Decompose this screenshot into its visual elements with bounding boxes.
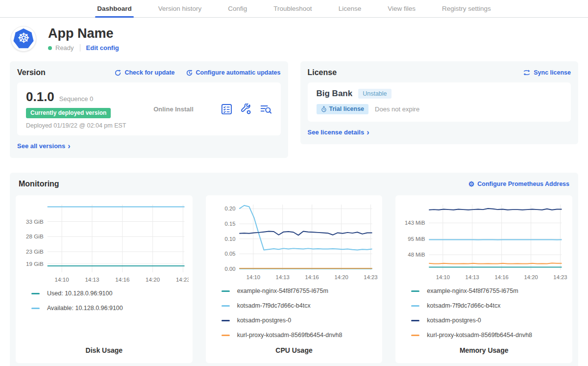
configure-prometheus-link[interactable]: ⚙ Configure Prometheus Address [468,181,569,187]
legend-color-dash [31,293,40,294]
legend-item: example-nginx-54f8f76755-l675m [221,288,379,294]
legend-item: Available: 10.128.0.96:9100 [31,305,189,312]
version-sequence: Sequence 0 [59,95,93,103]
status-dot-icon [48,46,52,50]
chart-card-cpu: 0.200.150.100.050.0014:1014:1314:1614:20… [206,195,383,363]
trial-license-badge: Trial license [317,104,369,114]
tab-config[interactable]: Config [226,0,249,17]
legend-label: kotsadm-postgres-0 [427,317,481,324]
kubernetes-wheel-icon: ☸ [17,31,29,45]
license-heading: License [308,68,337,77]
legend-label: kotsadm-7f9dc7d66c-b4tcx [237,302,311,309]
app-title: App Name [48,26,119,41]
monitoring-section: Monitoring ⚙ Configure Prometheus Addres… [10,173,578,366]
configure-prometheus-label: Configure Prometheus Address [477,181,569,187]
legend-label: kurl-proxy-kotsadm-8569fb6454-dnvh8 [237,332,343,339]
legend-label: kurl-proxy-kotsadm-8569fb6454-dnvh8 [427,332,532,339]
see-all-versions-link[interactable]: See all versions [17,142,71,150]
charts-row: 33 GiB28 GiB23 GiB19 GiB14:1014:1314:161… [16,195,572,363]
legend-item: kurl-proxy-kotsadm-8569fb6454-dnvh8 [221,332,379,339]
configure-automatic-updates-link[interactable]: Configure automatic updates [186,69,281,77]
see-license-details-link[interactable]: See license details [308,129,369,136]
svg-text:14:20: 14:20 [146,276,160,283]
legend-label: kotsadm-7f9dc7d66c-b4tcx [427,302,500,309]
license-section: License Sync license Big Bank Unstable [300,61,579,144]
cpu-legend: example-nginx-54f8f76755-l675mkotsadm-7f… [210,288,379,346]
legend-item: kotsadm-postgres-0 [221,317,379,324]
check-for-update-link[interactable]: Check for update [114,69,174,77]
legend-color-dash [221,335,230,336]
cards-row: Version Check for update Configure au [0,61,588,158]
check-for-update-label: Check for update [124,69,174,76]
tab-registry-settings[interactable]: Registry settings [440,0,493,17]
trial-license-label: Trial license [329,105,365,112]
disk-chart: 33 GiB28 GiB23 GiB19 GiB14:1014:1314:161… [20,202,189,286]
version-number: 0.1.0 [26,89,54,105]
legend-color-dash [31,308,40,309]
svg-text:14:23: 14:23 [176,276,189,283]
svg-text:0.10: 0.10 [224,236,235,242]
legend-color-dash [411,335,419,336]
svg-text:0.05: 0.05 [224,251,235,257]
legend-label: example-nginx-54f8f76755-l675m [237,288,328,294]
version-heading: Version [17,68,46,77]
legend-item: kurl-proxy-kotsadm-8569fb6454-dnvh8 [411,332,568,339]
legend-color-dash [411,305,419,307]
legend-color-dash [221,290,230,292]
chart-card-memory: 143 MiB95 MiB48 MiB14:1014:1314:1614:201… [395,195,572,363]
svg-text:14:20: 14:20 [334,274,348,280]
customer-name: Big Bank [317,89,353,99]
install-type: Online Install [126,105,220,113]
tab-version-history[interactable]: Version history [156,0,204,17]
current-version-card: 0.1.0 Sequence 0 Currently deployed vers… [17,82,281,135]
svg-text:14:23: 14:23 [364,274,377,280]
edit-config-link[interactable]: Edit config [86,44,119,52]
clock-refresh-icon [186,69,193,77]
deploy-logs-icon[interactable] [260,104,272,114]
svg-text:14:23: 14:23 [554,274,567,280]
svg-text:14:13: 14:13 [466,274,479,280]
legend-color-dash [221,305,230,307]
legend-color-dash [221,320,230,321]
top-nav: DashboardVersion historyConfigTroublesho… [0,0,588,18]
svg-text:143 MiB: 143 MiB [405,220,425,226]
legend-item: kotsadm-7f9dc7d66c-b4tcx [221,302,379,309]
sync-license-label: Sync license [534,69,571,76]
stopwatch-icon [321,106,327,112]
configure-automatic-updates-label: Configure automatic updates [196,69,281,76]
disk-legend: Used: 10.128.0.96:9100Available: 10.128.… [20,290,189,319]
svg-text:14:16: 14:16 [115,276,129,283]
svg-text:95 MiB: 95 MiB [408,236,425,242]
channel-badge: Unstable [358,89,391,99]
divider [80,44,80,52]
svg-text:28 GiB: 28 GiB [26,233,44,239]
tab-license[interactable]: License [337,0,364,17]
tab-view-files[interactable]: View files [386,0,417,17]
svg-text:14:10: 14:10 [55,276,70,283]
license-card: Big Bank Unstable Trial license Does not… [308,82,571,122]
sync-license-link[interactable]: Sync license [523,69,571,76]
app-header: ☸ App Name Ready Edit config [0,18,588,56]
svg-text:23 GiB: 23 GiB [26,248,44,255]
deployed-badge: Currently deployed version [26,108,111,118]
preflight-checklist-icon[interactable] [221,104,232,115]
gear-icon: ⚙ [468,181,475,187]
config-wrench-icon[interactable] [240,104,252,115]
svg-text:0.00: 0.00 [224,266,235,272]
tab-troubleshoot[interactable]: Troubleshoot [271,0,314,17]
svg-text:14:13: 14:13 [275,274,289,280]
legend-label: Used: 10.128.0.96:9100 [47,290,112,297]
memory-chart: 143 MiB95 MiB48 MiB14:1014:1314:1614:201… [399,202,568,284]
memory-legend: example-nginx-54f8f76755-l675mkotsadm-7f… [399,288,568,346]
legend-item: Used: 10.128.0.96:9100 [31,290,189,297]
legend-color-dash [411,290,419,292]
svg-text:14:13: 14:13 [85,276,99,283]
chart-card-disk: 33 GiB28 GiB23 GiB19 GiB14:1014:1314:161… [16,195,193,363]
legend-item: kotsadm-postgres-0 [411,317,568,324]
app-status: Ready [55,44,74,52]
legend-label: kotsadm-postgres-0 [237,317,291,324]
svg-text:14:10: 14:10 [436,274,450,280]
tab-dashboard[interactable]: Dashboard [95,0,134,17]
chart-title: Memory Usage [399,346,568,356]
monitoring-heading: Monitoring [19,180,59,188]
